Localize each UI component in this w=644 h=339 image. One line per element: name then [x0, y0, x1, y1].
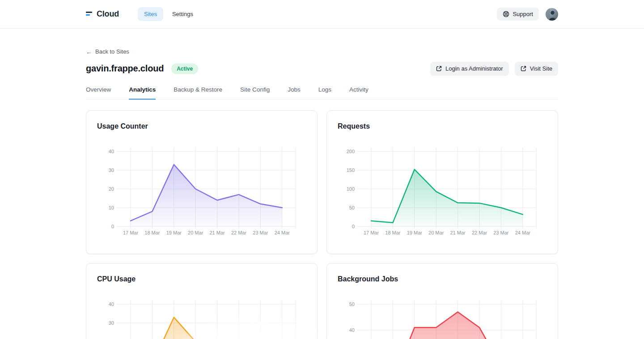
lifebuoy-icon: [503, 11, 509, 17]
site-title-row: gavin.frappe.cloud Active Login as Admin…: [86, 62, 558, 76]
svg-text:18 Mar: 18 Mar: [385, 230, 401, 235]
tab-activity[interactable]: Activity: [349, 86, 369, 100]
user-avatar[interactable]: [546, 8, 558, 21]
svg-text:0: 0: [352, 223, 355, 229]
svg-text:150: 150: [347, 167, 355, 172]
brand-name: Cloud: [97, 9, 119, 19]
chart-area: 40302010017 Mar18 Mar19 Mar20 Mar21 Mar2…: [97, 143, 306, 244]
chart-card-background-jobs: Background Jobs5040302010017 Mar18 Mar19…: [326, 263, 558, 339]
chart-title: Background Jobs: [338, 274, 547, 284]
svg-text:200: 200: [347, 148, 355, 154]
svg-text:0: 0: [111, 223, 114, 229]
svg-text:17 Mar: 17 Mar: [123, 230, 139, 235]
tab-analytics[interactable]: Analytics: [129, 86, 156, 100]
cpu-usage-chart: 40302010017 Mar18 Mar19 Mar20 Mar21 Mar2…: [97, 296, 307, 339]
chart-title: Usage Counter: [97, 121, 306, 131]
external-link-icon: [436, 66, 442, 71]
page-title: gavin.frappe.cloud: [86, 63, 164, 74]
svg-text:40: 40: [109, 148, 114, 154]
status-badge: Active: [171, 63, 198, 74]
svg-text:10: 10: [109, 205, 114, 210]
arrow-left-icon: ←: [86, 49, 92, 55]
tab-jobs[interactable]: Jobs: [288, 86, 301, 100]
chart-area: 40302010017 Mar18 Mar19 Mar20 Mar21 Mar2…: [97, 296, 306, 339]
button-label: Visit Site: [530, 65, 552, 72]
svg-text:17 Mar: 17 Mar: [364, 230, 379, 235]
primary-nav: SitesSettings: [138, 7, 199, 21]
site-dashboard: ← Back to Sites gavin.frappe.cloud Activ…: [86, 29, 558, 339]
site-tabs: OverviewAnalyticsBackup & RestoreSite Co…: [86, 86, 558, 100]
svg-text:20: 20: [109, 186, 114, 191]
chart-title: Requests: [338, 121, 547, 131]
svg-text:30: 30: [109, 320, 114, 325]
svg-text:18 Mar: 18 Mar: [144, 230, 160, 235]
nav-item-settings[interactable]: Settings: [166, 7, 199, 21]
svg-text:20 Mar: 20 Mar: [428, 230, 444, 235]
external-link-icon: [521, 66, 526, 71]
svg-text:50: 50: [349, 301, 355, 306]
back-link-label: Back to Sites: [95, 48, 129, 55]
frappe-logo-icon: [86, 12, 93, 17]
back-to-sites-link[interactable]: ← Back to Sites: [86, 48, 129, 55]
requests-chart: 20015010050017 Mar18 Mar19 Mar20 Mar21 M…: [338, 143, 548, 242]
nav-item-sites[interactable]: Sites: [138, 7, 163, 21]
usage-counter-chart: 40302010017 Mar18 Mar19 Mar20 Mar21 Mar2…: [97, 143, 307, 242]
svg-text:20 Mar: 20 Mar: [188, 230, 203, 235]
svg-text:19 Mar: 19 Mar: [166, 230, 182, 235]
chart-card-requests: Requests20015010050017 Mar18 Mar19 Mar20…: [326, 110, 558, 254]
svg-text:21 Mar: 21 Mar: [209, 230, 225, 235]
support-label: Support: [513, 11, 533, 17]
svg-text:30: 30: [109, 167, 114, 172]
svg-text:24 Mar: 24 Mar: [275, 230, 290, 235]
svg-text:23 Mar: 23 Mar: [253, 230, 268, 235]
chart-area: 5040302010017 Mar18 Mar19 Mar20 Mar21 Ma…: [338, 296, 547, 339]
analytics-charts-grid: Usage Counter40302010017 Mar18 Mar19 Mar…: [86, 110, 558, 339]
site-actions: Login as AdministratorVisit Site: [430, 62, 558, 76]
svg-text:22 Mar: 22 Mar: [231, 230, 247, 235]
support-button[interactable]: Support: [497, 8, 539, 21]
tab-backup-restore[interactable]: Backup & Restore: [174, 86, 222, 100]
chart-area: 20015010050017 Mar18 Mar19 Mar20 Mar21 M…: [338, 143, 547, 244]
tab-logs[interactable]: Logs: [318, 86, 331, 100]
svg-text:100: 100: [347, 186, 355, 191]
svg-text:23 Mar: 23 Mar: [493, 230, 509, 235]
svg-text:40: 40: [109, 301, 114, 306]
top-navbar: Cloud SitesSettings Support: [0, 0, 644, 29]
frappe-cloud-logo[interactable]: Cloud: [86, 9, 119, 19]
tab-overview[interactable]: Overview: [86, 86, 111, 100]
button-label: Login as Administrator: [445, 65, 503, 72]
chart-title: CPU Usage: [97, 274, 306, 284]
login-as-administrator-button[interactable]: Login as Administrator: [430, 62, 509, 76]
visit-site-button[interactable]: Visit Site: [515, 62, 558, 76]
tab-site-config[interactable]: Site Config: [240, 86, 270, 100]
chart-card-usage-counter: Usage Counter40302010017 Mar18 Mar19 Mar…: [86, 110, 318, 254]
svg-text:22 Mar: 22 Mar: [472, 230, 487, 235]
svg-text:50: 50: [349, 205, 355, 210]
chart-card-cpu-usage: CPU Usage40302010017 Mar18 Mar19 Mar20 M…: [86, 263, 318, 339]
background-jobs-chart: 5040302010017 Mar18 Mar19 Mar20 Mar21 Ma…: [338, 296, 548, 339]
svg-text:24 Mar: 24 Mar: [515, 230, 531, 235]
svg-text:19 Mar: 19 Mar: [407, 230, 423, 235]
avatar-photo: [546, 8, 558, 21]
svg-text:21 Mar: 21 Mar: [450, 230, 466, 235]
svg-text:40: 40: [349, 327, 355, 332]
